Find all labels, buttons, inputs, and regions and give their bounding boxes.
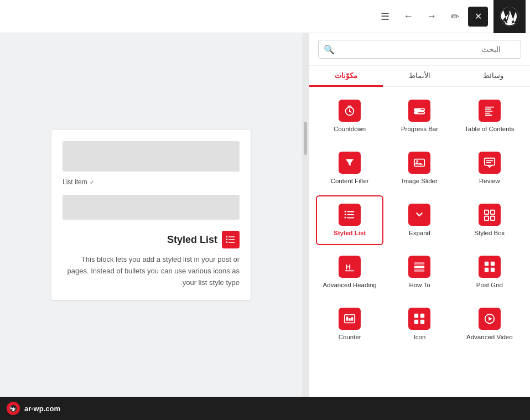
svg-rect-48	[420, 319, 424, 323]
svg-rect-40	[491, 267, 495, 271]
svg-rect-38	[491, 261, 495, 265]
widget-image-slider[interactable]: Image Slider	[386, 143, 453, 193]
styled-box-icon	[479, 204, 501, 226]
svg-rect-35	[414, 266, 424, 268]
counter-label: Counter	[339, 333, 361, 341]
search-input[interactable]	[318, 40, 521, 59]
tab-components[interactable]: مكوّنات	[309, 66, 383, 87]
widget-styled-list[interactable]: Styled List	[316, 195, 383, 245]
menu-button[interactable]: ☰	[375, 7, 395, 27]
svg-rect-14	[485, 111, 493, 112]
svg-rect-31	[491, 216, 495, 220]
widget-how-to[interactable]: How To	[386, 247, 453, 297]
pencil-button[interactable]: ✏	[445, 7, 465, 27]
editor-panel: List item Styled List This block lets yo	[0, 33, 302, 397]
menu-icon: ☰	[381, 11, 389, 23]
widget-panel: 🔍 وسائط الأنماط مكوّنات	[309, 33, 530, 397]
image-slider-icon	[408, 152, 430, 174]
footer-bar: ar-wp.com	[0, 397, 530, 420]
tab-media[interactable]: وسائط	[456, 66, 530, 87]
undo-button[interactable]: ←	[398, 7, 418, 27]
progress-bar-label: Progress Bar	[401, 125, 438, 133]
close-button[interactable]: ✕	[468, 7, 488, 27]
svg-rect-12	[485, 106, 495, 107]
counter-icon	[339, 308, 361, 330]
redo-button[interactable]: →	[422, 7, 441, 27]
post-grid-icon	[479, 256, 501, 278]
svg-rect-43	[349, 318, 351, 321]
preview-bottom-bar	[63, 195, 240, 220]
card-title: Styled List	[167, 234, 217, 246]
preview-card: List item Styled List This block lets yo	[51, 130, 251, 299]
styled-list-widget-label: Styled List	[334, 229, 366, 237]
svg-rect-45	[414, 313, 418, 317]
undo-icon: ←	[403, 11, 413, 22]
svg-rect-36	[414, 269, 424, 272]
countdown-label: Countdown	[334, 125, 366, 133]
review-icon	[479, 152, 501, 174]
scroll-handle[interactable]	[304, 122, 307, 155]
widget-review[interactable]: Review	[456, 143, 523, 193]
widgets-scroll[interactable]: Countdown Progress Bar	[309, 87, 530, 397]
expand-label: Expand	[409, 229, 430, 237]
widget-post-grid[interactable]: Post Grid	[456, 247, 523, 297]
toolbar: ☰ ← → ✏ ✕	[0, 0, 530, 33]
main-area: List item Styled List This block lets yo	[0, 33, 530, 397]
advanced-video-icon	[479, 308, 501, 330]
advanced-video-label: Advanced Video	[466, 333, 513, 341]
widget-advanced-heading[interactable]: H Advanced Heading	[316, 247, 383, 297]
svg-rect-9	[414, 108, 421, 111]
advanced-heading-icon: H	[339, 256, 361, 278]
tab-patterns[interactable]: الأنماط	[383, 66, 456, 87]
widget-expand[interactable]: Expand	[386, 195, 453, 245]
svg-rect-24	[345, 214, 346, 215]
pencil-icon: ✏	[451, 11, 459, 23]
svg-rect-17	[414, 159, 424, 166]
panel-divider	[302, 33, 309, 397]
svg-rect-20	[486, 160, 493, 161]
svg-text:H: H	[346, 262, 351, 271]
progress-bar-icon	[408, 100, 430, 122]
svg-rect-3	[226, 239, 228, 241]
svg-rect-29	[491, 210, 495, 214]
search-icon: 🔍	[324, 44, 335, 55]
footer-text: ar-wp.com	[24, 405, 60, 413]
svg-rect-30	[485, 216, 489, 220]
svg-rect-13	[485, 108, 491, 110]
svg-rect-5	[226, 242, 228, 243]
widget-styled-box[interactable]: Styled Box	[456, 195, 523, 245]
table-of-contents-icon	[479, 100, 501, 122]
svg-rect-2	[228, 236, 235, 237]
widget-countdown[interactable]: Countdown	[316, 91, 383, 141]
content-filter-icon	[339, 152, 361, 174]
svg-rect-23	[347, 211, 355, 212]
widget-counter[interactable]: Counter	[316, 299, 383, 349]
post-grid-label: Post Grid	[476, 281, 503, 289]
preview-list-item: List item	[63, 178, 240, 186]
svg-rect-28	[485, 210, 489, 214]
widget-table-of-contents[interactable]: Table of Contents	[456, 91, 523, 141]
svg-rect-25	[347, 214, 355, 215]
widget-icon[interactable]: Icon	[386, 299, 453, 349]
svg-rect-16	[485, 115, 492, 116]
svg-rect-34	[414, 262, 424, 265]
icon-widget-label: Icon	[414, 333, 426, 341]
svg-rect-46	[420, 313, 424, 317]
card-title-row: Styled List	[63, 231, 240, 248]
widget-content-filter[interactable]: Content Filter	[316, 143, 383, 193]
widget-advanced-video[interactable]: Advanced Video	[456, 299, 523, 349]
widgets-grid: Countdown Progress Bar	[316, 91, 523, 349]
widget-progress-bar[interactable]: Progress Bar	[386, 91, 453, 141]
svg-rect-33	[345, 270, 355, 271]
svg-rect-22	[345, 210, 346, 212]
svg-rect-11	[414, 111, 418, 113]
svg-rect-15	[485, 112, 490, 113]
svg-point-18	[417, 160, 419, 162]
expand-icon	[408, 204, 430, 226]
svg-marker-50	[489, 317, 492, 320]
preview-top-bar	[63, 141, 240, 172]
svg-rect-44	[351, 317, 354, 320]
advanced-heading-label: Advanced Heading	[323, 281, 377, 289]
styled-box-label: Styled Box	[474, 229, 505, 237]
svg-rect-47	[414, 319, 418, 323]
